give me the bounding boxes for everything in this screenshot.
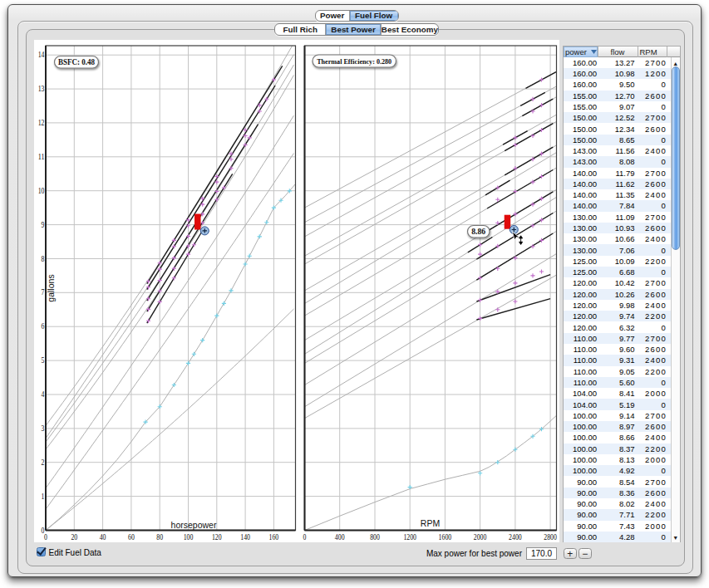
- svg-text:160: 160: [269, 533, 279, 541]
- svg-text:5: 5: [42, 356, 45, 365]
- svg-text:9: 9: [42, 221, 45, 229]
- svg-text:12: 12: [38, 119, 45, 127]
- svg-text:8: 8: [42, 255, 45, 263]
- svg-text:1600: 1600: [439, 533, 452, 541]
- svg-text:40: 40: [100, 533, 106, 541]
- svg-text:14: 14: [38, 51, 45, 59]
- svg-text:BSFC: 0.48: BSFC: 0.48: [58, 58, 95, 66]
- svg-text:0: 0: [303, 533, 307, 541]
- svg-text:13: 13: [38, 85, 45, 93]
- svg-text:gallons: gallons: [46, 274, 56, 301]
- svg-text:120: 120: [212, 533, 222, 541]
- svg-text:80: 80: [156, 533, 163, 541]
- svg-text:0: 0: [44, 533, 47, 541]
- svg-text:2: 2: [42, 458, 45, 467]
- svg-text:10: 10: [38, 187, 45, 195]
- svg-text:horsepower: horsepower: [171, 520, 217, 530]
- svg-text:8.86: 8.86: [471, 228, 485, 236]
- svg-text:Thermal Efficiency: 0.280: Thermal Efficiency: 0.280: [317, 57, 392, 66]
- svg-text:1: 1: [42, 492, 45, 501]
- svg-text:7: 7: [42, 288, 45, 296]
- svg-text:400: 400: [335, 533, 345, 541]
- svg-text:20: 20: [71, 533, 77, 541]
- svg-text:100: 100: [184, 533, 194, 541]
- svg-text:11: 11: [38, 153, 45, 161]
- svg-text:RPM: RPM: [421, 518, 440, 528]
- svg-text:4: 4: [42, 390, 45, 399]
- svg-text:2800: 2800: [544, 533, 557, 541]
- svg-text:140: 140: [240, 533, 250, 541]
- svg-text:800: 800: [370, 533, 380, 541]
- svg-text:6: 6: [42, 322, 45, 331]
- svg-text:2000: 2000: [474, 533, 487, 541]
- svg-text:60: 60: [128, 533, 135, 541]
- svg-text:2400: 2400: [509, 533, 522, 541]
- svg-text:3: 3: [42, 424, 45, 433]
- svg-text:1200: 1200: [403, 533, 416, 541]
